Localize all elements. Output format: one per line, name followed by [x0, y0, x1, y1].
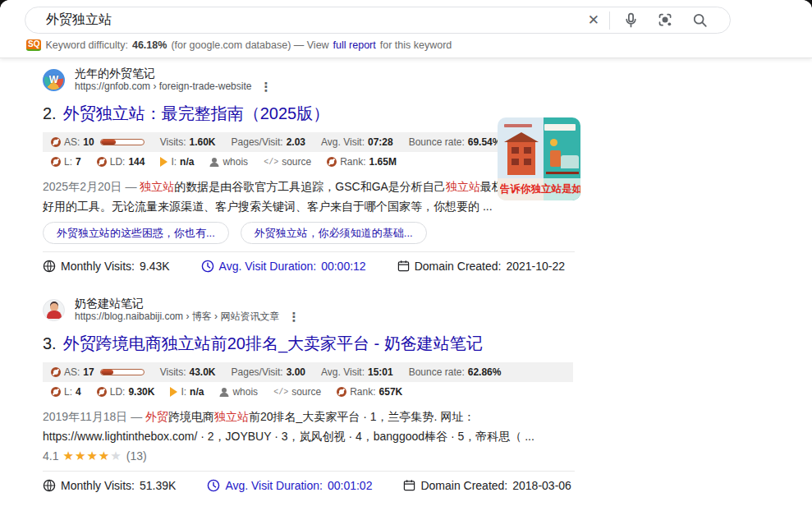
- avg-visit-metric: Avg. Visit:07:28: [321, 136, 393, 148]
- avg-visit-metric: Avg. Visit:15:01: [321, 366, 393, 378]
- result-snippet: 2019年11月18日 — 外贸跨境电商独立站前20排名_大卖家平台 · 1，兰…: [43, 407, 545, 446]
- search-icon[interactable]: [682, 12, 717, 29]
- index-icon: [170, 387, 177, 397]
- site-favicon: W: [43, 69, 65, 91]
- gauge-icon: [51, 157, 61, 167]
- site-info: 光年的外贸笔记 https://gnfob.com › foreign-trad…: [75, 67, 272, 94]
- mic-icon[interactable]: [613, 12, 648, 29]
- difficulty-label: Keyword difficulty:: [45, 39, 128, 51]
- rank-metric[interactable]: Rank:657K: [337, 386, 402, 398]
- breadcrumb[interactable]: https://gnfob.com › foreign-trade-websit…: [75, 81, 251, 93]
- more-options-icon[interactable]: ⋮: [287, 311, 300, 323]
- star-filled-icon: ★: [99, 449, 110, 463]
- rating-row: 4.1 ★★★★★ (13): [43, 449, 575, 463]
- thumbnail-decoration: [544, 124, 576, 131]
- rank-metric[interactable]: Rank:1.65M: [327, 156, 397, 168]
- search-results-page: 外贸独立站 ✕ SQ Keyword difficulty: 46.18% (f…: [0, 0, 812, 511]
- result-title: 3.外贸跨境电商独立站前20排名_大卖家平台 - 奶爸建站笔记: [43, 333, 575, 355]
- source-icon: </>: [264, 158, 278, 167]
- result-rank-number: 3.: [43, 334, 57, 352]
- star-filled-icon: ★: [62, 449, 74, 463]
- star-filled-icon: ★: [86, 449, 98, 463]
- whois-link[interactable]: whois: [209, 156, 248, 168]
- difficulty-value: 46.18%: [132, 39, 167, 51]
- user-icon: [219, 388, 229, 397]
- domain-created-metric: Domain Created:2021-10-22: [397, 260, 565, 273]
- clock-icon: [201, 260, 214, 273]
- result-rank-number: 2.: [43, 104, 57, 122]
- result-title-link[interactable]: 外贸独立站：最完整指南（2025版）: [63, 104, 330, 122]
- search-result: 奶爸建站笔记 https://blog.naibabiji.com › 博客 ›…: [43, 297, 575, 499]
- globe-icon: [43, 479, 56, 492]
- bounce-rate-metric: Bounce rate:62.86%: [409, 366, 502, 378]
- star-filled-icon: ★: [75, 449, 86, 463]
- search-input[interactable]: 外贸独立站: [46, 12, 585, 29]
- breadcrumb[interactable]: https://blog.naibabiji.com › 博客 › 网站资讯文章: [75, 311, 279, 323]
- source-link[interactable]: </>source: [264, 156, 311, 168]
- result-title: 2.外贸独立站：最完整指南（2025版）: [43, 103, 575, 125]
- site-favicon: [43, 299, 65, 321]
- browser-window: 外贸独立站 ✕ SQ Keyword difficulty: 46.18% (f…: [0, 0, 812, 511]
- globe-icon: [43, 260, 56, 273]
- gauge-icon: [51, 367, 61, 377]
- traffic-metrics-row: Monthly Visits:9.43K Avg. Visit Duration…: [43, 252, 575, 279]
- link-domains-metric[interactable]: LD:144: [97, 156, 145, 168]
- pages-per-visit-metric: Pages/Visit:3.00: [232, 366, 306, 378]
- result-source-row[interactable]: W 光年的外贸笔记 https://gnfob.com › foreign-tr…: [43, 67, 575, 93]
- related-chip[interactable]: 外贸独立站的这些困惑，你也有...: [43, 222, 229, 244]
- site-name[interactable]: 光年的外贸笔记: [75, 67, 272, 81]
- source-icon: </>: [273, 388, 288, 397]
- lens-icon[interactable]: [648, 12, 682, 29]
- index-metric[interactable]: I:n/a: [160, 156, 194, 168]
- related-chips: 外贸独立站的这些困惑，你也有... 外贸独立站，你必须知道的基础...: [43, 222, 575, 244]
- result-title-link[interactable]: 外贸跨境电商独立站前20排名_大卖家平台 - 奶爸建站笔记: [63, 334, 483, 352]
- seoquake-metrics-row-1: AS:17 Visits:43.0K Pages/Visit:3.00 Avg.…: [43, 362, 573, 382]
- bounce-rate-metric: Bounce rate:69.54%: [409, 136, 502, 148]
- seoquake-icon: SQ: [26, 39, 41, 51]
- search-bar[interactable]: 外贸独立站 ✕: [25, 7, 731, 34]
- domain-created-metric: Domain Created:2018-03-06: [403, 479, 571, 492]
- star-empty-icon: ★: [110, 449, 122, 463]
- difficulty-mid-text: (for google.com database) — View: [171, 39, 328, 51]
- visits-metric: Visits:1.60K: [160, 136, 216, 148]
- authority-score-bar: [100, 369, 145, 375]
- site-name[interactable]: 奶爸建站笔记: [75, 297, 300, 311]
- related-chip[interactable]: 外贸独立站，你必须知道的基础...: [241, 222, 427, 244]
- sofa-illustration: [561, 155, 579, 168]
- seoquake-metrics-row-2: L:4 LD:9.30K I:n/a whois </>source Rank:…: [43, 382, 573, 402]
- gauge-icon: [337, 387, 346, 397]
- authority-score-metric: AS:17: [51, 366, 145, 378]
- star-rating-icons: ★★★★★: [62, 449, 122, 463]
- full-report-link[interactable]: full report: [333, 39, 376, 51]
- clear-icon[interactable]: ✕: [585, 12, 609, 29]
- results-column: W 光年的外贸笔记 https://gnfob.com › foreign-tr…: [43, 58, 575, 499]
- clock-icon: [207, 479, 220, 492]
- links-metric[interactable]: L:7: [51, 156, 81, 168]
- index-icon: [160, 157, 167, 167]
- links-metric[interactable]: L:4: [51, 386, 81, 398]
- image-result-thumbnail[interactable]: 告诉你独立站是如何: [498, 117, 580, 200]
- gauge-icon: [97, 387, 107, 397]
- whois-link[interactable]: whois: [219, 386, 258, 398]
- site-info: 奶爸建站笔记 https://blog.naibabiji.com › 博客 ›…: [75, 297, 300, 324]
- seoquake-metrics-row-2: L:7 LD:144 I:n/a whois </>source Rank:1.…: [43, 152, 573, 172]
- source-link[interactable]: </>source: [273, 386, 321, 398]
- visits-metric: Visits:43.0K: [160, 366, 216, 378]
- rating-value: 4.1: [43, 449, 58, 463]
- favicon-letter: W: [49, 74, 58, 85]
- search-bar-divider: [609, 12, 610, 30]
- difficulty-suffix-text: for this keyword: [380, 39, 452, 51]
- more-options-icon[interactable]: ⋮: [259, 81, 272, 93]
- thumbnail-decoration: [504, 124, 532, 127]
- index-metric[interactable]: I:n/a: [170, 386, 204, 398]
- gauge-icon: [97, 157, 107, 167]
- lamp-illustration: [550, 139, 557, 146]
- traffic-metrics-row: Monthly Visits:51.39K Avg. Visit Duratio…: [43, 472, 575, 499]
- link-domains-metric[interactable]: LD:9.30K: [97, 386, 155, 398]
- calendar-icon: [403, 479, 415, 491]
- visit-duration-metric: Avg. Visit Duration:00:00:12: [201, 260, 366, 273]
- results-area: W 光年的外贸笔记 https://gnfob.com › foreign-tr…: [0, 58, 812, 499]
- result-source-row[interactable]: 奶爸建站笔记 https://blog.naibabiji.com › 博客 ›…: [43, 297, 575, 323]
- visit-duration-metric: Avg. Visit Duration:00:01:02: [207, 479, 372, 492]
- result-snippet: 2025年2月20日 — 独立站的数据是由谷歌官方工具追踪，GSC和GA是分析自…: [43, 177, 545, 216]
